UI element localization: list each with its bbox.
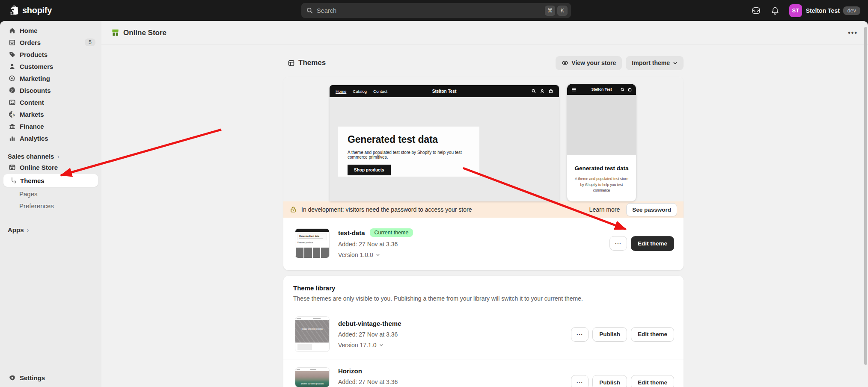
sidebar-item-label: Markets xyxy=(20,111,44,118)
theme-version-label: Version 1.0.0 xyxy=(338,251,373,258)
desktop-preview: Stelton Test Home Catalog Contact xyxy=(330,85,559,201)
theme-library-subtitle: These themes are only visible to you. Pu… xyxy=(293,295,674,302)
top-bar: shopify Search ⌘ K ST Stelton Test xyxy=(0,0,868,21)
preview-hero-subtitle: A theme and populated test store by Shop… xyxy=(348,150,470,160)
sidebar-item-label: Preferences xyxy=(19,202,54,210)
sidebar-item-label: Content xyxy=(20,99,44,106)
sidebar-item-label: Settings xyxy=(20,374,45,381)
page-title-text: Online Store xyxy=(123,29,166,37)
thumb-topbar xyxy=(295,229,329,232)
sidebar-item-markets[interactable]: $ Markets xyxy=(0,108,101,120)
sidebar-item-marketing[interactable]: Marketing xyxy=(0,72,101,84)
view-your-store-button[interactable]: View your store xyxy=(556,56,622,70)
view-store-label: View your store xyxy=(571,59,616,66)
shopify-wordmark: shopify xyxy=(22,6,52,15)
library-row-horizon: Browse our latest products Horizon Added… xyxy=(283,360,684,387)
learn-more-link[interactable]: Learn more xyxy=(589,206,620,213)
page-title: Online Store xyxy=(111,29,166,37)
sidebar-item-label: Products xyxy=(20,51,48,58)
thumb-caption: Browse our latest products xyxy=(295,383,329,385)
chevron-right-icon: › xyxy=(27,226,29,233)
sidebar-item-label: Marketing xyxy=(20,75,50,82)
import-theme-button[interactable]: Import theme xyxy=(626,56,684,70)
current-theme-badge: Current theme xyxy=(370,228,413,237)
scrollbar[interactable] xyxy=(864,27,867,365)
mobile-preview: Stelton Test Generated test data A theme… xyxy=(567,84,636,201)
theme-name: debut-vintage-theme xyxy=(338,320,401,327)
password-banner: In development: visitors need the passwo… xyxy=(283,201,684,218)
edit-theme-button[interactable]: Edit theme xyxy=(631,375,674,387)
sidebar-item-preferences[interactable]: Preferences xyxy=(0,200,101,212)
sidebar-item-label: Online Store xyxy=(20,164,58,171)
chevron-down-icon xyxy=(379,343,383,347)
theme-added-date: Added: 27 Nov at 3.36 xyxy=(338,241,413,248)
sidebar-item-home[interactable]: Home xyxy=(0,24,101,36)
library-theme-more-button[interactable]: ... xyxy=(571,375,589,387)
theme-version-select[interactable]: Version 1.0.0 xyxy=(338,251,413,258)
sidebar-item-customers[interactable]: Customers xyxy=(0,60,101,72)
page-more-button[interactable]: ••• xyxy=(848,29,858,37)
thumb-featured-label: Featured products xyxy=(297,242,329,244)
sales-channels-header[interactable]: Sales channels › xyxy=(0,151,101,161)
mobile-hero-subtitle: A theme and populated test store by Shop… xyxy=(573,176,630,194)
publish-button[interactable]: Publish xyxy=(592,375,627,387)
sidebar-item-label: Finance xyxy=(20,123,44,130)
kbd-k: K xyxy=(557,6,568,16)
sidebar-item-pages[interactable]: Pages xyxy=(0,188,101,200)
edit-theme-button[interactable]: Edit theme xyxy=(631,327,674,342)
notifications-button[interactable] xyxy=(768,3,782,18)
themes-section-title: Themes xyxy=(288,59,326,67)
library-theme-thumbnail[interactable]: Browse our latest products xyxy=(295,367,330,387)
storefront-icon xyxy=(8,164,16,171)
sidekick-button[interactable] xyxy=(749,3,764,18)
account-menu[interactable]: ST Stelton Test dev xyxy=(787,4,860,17)
library-row-debut: Image with text overlay debut-vintage-th… xyxy=(283,309,684,360)
thumb-product-grid xyxy=(295,248,329,258)
current-theme-more-button[interactable]: ... xyxy=(609,236,627,251)
svg-text:$: $ xyxy=(12,112,15,117)
theme-preview-zone: Stelton Test Home Catalog Contact xyxy=(283,77,684,201)
apps-label: Apps xyxy=(8,226,24,233)
preview-hero: Generated test data A theme and populate… xyxy=(338,127,479,177)
chevron-right-icon: › xyxy=(57,153,59,160)
shop-products-button[interactable]: Shop products xyxy=(348,165,391,175)
library-theme-more-button[interactable]: ... xyxy=(571,327,589,342)
search-input[interactable]: Search ⌘ K xyxy=(301,3,571,18)
shopify-logo[interactable]: shopify xyxy=(9,5,52,16)
current-theme-thumbnail[interactable]: Generated test data Featured products xyxy=(295,228,330,258)
edit-theme-button[interactable]: Edit theme xyxy=(631,236,674,251)
user-name: Stelton Test xyxy=(806,7,840,14)
thumb-hero-title: Generated test data xyxy=(299,235,325,237)
sidebar-item-finance[interactable]: Finance xyxy=(0,120,101,132)
page-header: Online Store ••• xyxy=(101,21,868,45)
theme-name: test-data xyxy=(338,229,365,236)
search-icon xyxy=(306,7,313,14)
preview-body: Generated test data A theme and populate… xyxy=(330,97,559,201)
app-shell: Home Orders 5 Products Customers Marketi… xyxy=(0,21,868,387)
sidebar-item-products[interactable]: Products xyxy=(0,48,101,60)
sidebar-item-label: Themes xyxy=(20,177,45,184)
library-theme-thumbnail[interactable]: Image with text overlay xyxy=(295,316,330,352)
mobile-preview-nav: Stelton Test xyxy=(567,84,636,95)
elbow-arrow-icon xyxy=(11,177,18,184)
bell-icon xyxy=(771,6,779,15)
apps-header[interactable]: Apps › xyxy=(0,225,101,235)
sidebar-item-content[interactable]: Content xyxy=(0,96,101,108)
see-password-button[interactable]: See password xyxy=(626,203,677,216)
publish-button[interactable]: Publish xyxy=(592,327,627,342)
shopify-bag-icon xyxy=(9,5,19,16)
theme-version-select[interactable]: Version 17.1.0 xyxy=(338,342,401,349)
sidebar-item-themes[interactable]: Themes xyxy=(3,174,98,187)
sidebar-item-settings[interactable]: Settings xyxy=(0,372,101,384)
sidebar-item-discounts[interactable]: Discounts xyxy=(0,84,101,96)
preview-nav-home: Home xyxy=(336,89,346,94)
current-theme-card: Stelton Test Home Catalog Contact xyxy=(283,77,684,270)
sidebar-item-online-store[interactable]: Online Store xyxy=(0,161,101,173)
current-theme-row: Generated test data Featured products te… xyxy=(283,218,684,270)
sidebar-item-analytics[interactable]: Analytics xyxy=(0,132,101,144)
content-icon xyxy=(8,99,16,106)
thumb-caption: Image with text overlay xyxy=(295,328,329,330)
marketing-icon xyxy=(8,75,16,82)
gear-icon xyxy=(8,374,16,381)
sidebar-item-orders[interactable]: Orders 5 xyxy=(0,36,101,48)
